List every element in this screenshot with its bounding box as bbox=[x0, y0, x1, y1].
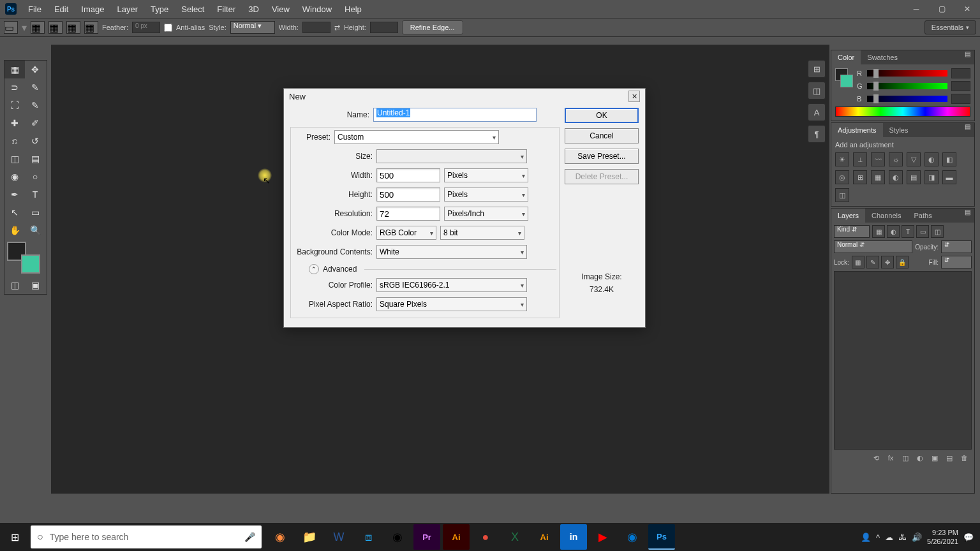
filter-smart-icon[interactable]: ◫ bbox=[931, 225, 944, 238]
maximize-button[interactable]: ▢ bbox=[929, 1, 954, 17]
preset-select[interactable]: Custom bbox=[334, 130, 499, 144]
taskbar-search[interactable]: ○ Type here to search 🎤 bbox=[31, 525, 262, 548]
taskbar-firefox[interactable]: ◉ bbox=[267, 524, 293, 550]
history-brush-tool[interactable]: ↺ bbox=[25, 132, 45, 150]
dock-history-icon[interactable]: ⊞ bbox=[808, 60, 826, 78]
lock-pixels-icon[interactable]: ✎ bbox=[866, 256, 879, 268]
menu-3d[interactable]: 3D bbox=[242, 4, 265, 14]
tray-up-icon[interactable]: ^ bbox=[876, 533, 880, 542]
adj-photo-filter-icon[interactable]: ◎ bbox=[835, 170, 849, 184]
fill-select[interactable]: ⇵ bbox=[941, 256, 972, 268]
taskbar-word[interactable]: W bbox=[325, 524, 352, 550]
background-color[interactable] bbox=[21, 254, 40, 274]
gradient-tool[interactable]: ▤ bbox=[25, 150, 45, 168]
tab-paths[interactable]: Paths bbox=[908, 209, 939, 223]
resolution-input[interactable] bbox=[376, 207, 440, 221]
adj-levels-icon[interactable]: ⟂ bbox=[853, 152, 867, 166]
crop-tool[interactable]: ⛶ bbox=[4, 96, 25, 114]
ok-button[interactable]: OK bbox=[565, 108, 639, 123]
subtract-selection-icon[interactable]: ▦ bbox=[66, 21, 80, 34]
new-group-icon[interactable]: ▣ bbox=[928, 452, 941, 464]
type-tool[interactable]: T bbox=[25, 186, 45, 203]
menu-filter[interactable]: Filter bbox=[211, 4, 242, 14]
adj-invert-icon[interactable]: ◐ bbox=[889, 170, 903, 184]
blend-mode-select[interactable]: Normal ⇵ bbox=[834, 240, 912, 253]
new-fill-icon[interactable]: ◐ bbox=[914, 452, 926, 464]
taskbar-linkedin[interactable]: in bbox=[560, 524, 587, 550]
menu-image[interactable]: Image bbox=[75, 4, 110, 14]
tab-layers[interactable]: Layers bbox=[831, 209, 865, 223]
panel-menu-icon[interactable]: ▤ bbox=[961, 50, 974, 64]
color-mode-select[interactable]: RGB Color bbox=[376, 226, 436, 240]
adj-bw-icon[interactable]: ◧ bbox=[942, 152, 956, 166]
hand-tool[interactable]: ✋ bbox=[4, 221, 25, 239]
b-slider[interactable] bbox=[867, 96, 947, 102]
intersect-selection-icon[interactable]: ▦ bbox=[84, 21, 98, 34]
menu-select[interactable]: Select bbox=[175, 4, 211, 14]
new-selection-icon[interactable]: ▦ bbox=[31, 21, 45, 34]
g-value[interactable] bbox=[951, 81, 970, 91]
quick-mask-icon[interactable]: ◫ bbox=[4, 276, 25, 294]
r-slider[interactable] bbox=[867, 70, 947, 77]
adj-curves-icon[interactable]: 〰 bbox=[871, 152, 885, 166]
adj-selective-icon[interactable]: ◫ bbox=[835, 188, 849, 202]
shape-tool[interactable]: ▭ bbox=[25, 203, 45, 221]
resolution-unit-select[interactable]: Pixels/Inch bbox=[444, 207, 528, 221]
panel-menu-icon[interactable]: ▤ bbox=[961, 209, 974, 223]
new-layer-icon[interactable]: ▤ bbox=[943, 452, 956, 464]
tab-adjustments[interactable]: Adjustments bbox=[831, 123, 883, 137]
menu-edit[interactable]: Edit bbox=[48, 4, 75, 14]
taskbar-vscode[interactable]: ⧈ bbox=[355, 524, 382, 550]
mic-icon[interactable]: 🎤 bbox=[244, 532, 255, 542]
lasso-tool[interactable]: ⊃ bbox=[4, 78, 25, 96]
tab-swatches[interactable]: Swatches bbox=[861, 50, 904, 64]
taskbar-illustrator[interactable]: Ai bbox=[443, 524, 470, 550]
pen-tool[interactable]: ✒ bbox=[4, 186, 25, 203]
adj-hue-icon[interactable]: ◐ bbox=[924, 152, 939, 166]
blur-tool[interactable]: ◉ bbox=[4, 168, 25, 186]
cancel-button[interactable]: Cancel bbox=[565, 128, 639, 143]
close-button[interactable]: ✕ bbox=[954, 1, 980, 17]
tab-color[interactable]: Color bbox=[831, 50, 861, 64]
save-preset-button[interactable]: Save Preset... bbox=[565, 149, 639, 164]
filter-kind-select[interactable]: Kind ⇵ bbox=[834, 225, 870, 238]
minimize-button[interactable]: ─ bbox=[903, 1, 929, 17]
dodge-tool[interactable]: ○ bbox=[25, 168, 45, 186]
menu-help[interactable]: Help bbox=[338, 4, 368, 14]
layer-style-icon[interactable]: fx bbox=[884, 452, 897, 464]
height-unit-select[interactable]: Pixels bbox=[444, 187, 528, 202]
pixel-aspect-select[interactable]: Square Pixels bbox=[376, 297, 527, 311]
taskbar-premiere[interactable]: Pr bbox=[413, 524, 440, 550]
layers-list[interactable] bbox=[834, 271, 972, 450]
tray-volume-icon[interactable]: 🔊 bbox=[912, 533, 922, 542]
filter-type-icon[interactable]: T bbox=[902, 225, 914, 238]
swap-icon[interactable]: ⇄ bbox=[334, 24, 340, 32]
refine-edge-button[interactable]: Refine Edge... bbox=[402, 20, 463, 34]
opacity-select[interactable]: ⇵ bbox=[941, 240, 972, 253]
menu-type[interactable]: Type bbox=[144, 4, 175, 14]
advanced-toggle[interactable]: ⌃ bbox=[309, 264, 319, 274]
adj-threshold-icon[interactable]: ◨ bbox=[924, 170, 939, 184]
taskbar-excel[interactable]: X bbox=[501, 524, 528, 550]
color-bg-swatch[interactable] bbox=[840, 75, 853, 87]
lock-position-icon[interactable]: ✥ bbox=[881, 256, 894, 268]
width-input[interactable] bbox=[376, 168, 440, 182]
dialog-titlebar[interactable]: New ✕ bbox=[284, 89, 645, 104]
eyedropper-tool[interactable]: ✎ bbox=[25, 96, 45, 114]
workspace-switcher[interactable]: Essentials bbox=[924, 20, 976, 34]
adj-channel-mixer-icon[interactable]: ⊞ bbox=[853, 170, 867, 184]
add-selection-icon[interactable]: ▦ bbox=[48, 21, 63, 34]
color-profile-select[interactable]: sRGB IEC61966-2.1 bbox=[376, 278, 527, 292]
tray-cloud-icon[interactable]: ☁ bbox=[885, 533, 893, 542]
dock-paragraph-icon[interactable]: ¶ bbox=[808, 125, 826, 143]
link-layers-icon[interactable]: ⟲ bbox=[870, 452, 882, 464]
eraser-tool[interactable]: ◫ bbox=[4, 150, 25, 168]
marquee-tool[interactable]: ▦ bbox=[4, 61, 25, 78]
menu-view[interactable]: View bbox=[265, 4, 296, 14]
bg-contents-select[interactable]: White bbox=[376, 245, 527, 259]
style-select[interactable]: Normal ▾ bbox=[230, 21, 275, 34]
taskbar-youtube[interactable]: ▶ bbox=[590, 524, 616, 550]
feather-input[interactable]: 0 px bbox=[132, 22, 160, 33]
tab-styles[interactable]: Styles bbox=[883, 123, 915, 137]
healing-tool[interactable]: ✚ bbox=[4, 114, 25, 132]
